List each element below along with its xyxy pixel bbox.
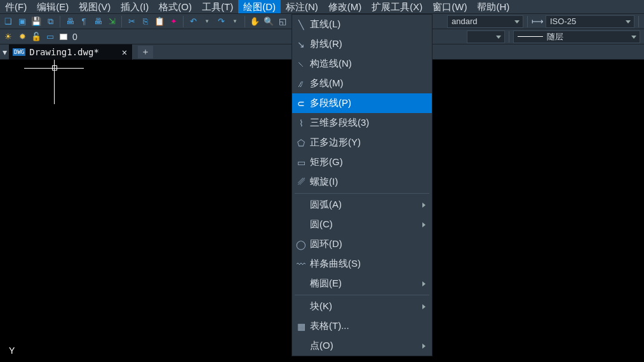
pan-icon[interactable]: ✋ <box>249 16 260 27</box>
tab-add-button[interactable]: ＋ <box>138 46 153 58</box>
publish-icon[interactable]: ⇲ <box>106 16 117 27</box>
menu-spline[interactable]: 〰 样条曲线(S) <box>292 254 432 274</box>
menu-format[interactable]: 格式(O) <box>154 0 197 13</box>
rectangle-icon: ▭ <box>292 158 310 168</box>
dwg-file-icon: DWG <box>13 48 25 56</box>
layer-sun-icon[interactable]: ✹ <box>17 31 28 43</box>
menu-xline[interactable]: ⟍ 构造线(N) <box>292 54 432 74</box>
submenu-arrow-icon <box>422 344 426 349</box>
ucs-axis-label: Y <box>9 345 15 356</box>
save-icon[interactable]: 💾 <box>30 16 42 27</box>
menu-ray[interactable]: ↘ 射线(R) <box>292 34 432 54</box>
menu-insert[interactable]: 插入(I) <box>116 0 154 13</box>
menu-edit[interactable]: 编辑(E) <box>32 0 74 13</box>
submenu-arrow-icon <box>422 281 426 286</box>
print-icon[interactable]: 🖶 <box>64 16 76 27</box>
textstyle-value: andard <box>452 17 477 26</box>
submenu-arrow-icon <box>422 222 426 227</box>
linetype-line-icon <box>518 36 543 37</box>
menubar: 件(F) 编辑(E) 视图(V) 插入(I) 格式(O) 工具(T) 绘图(D)… <box>0 0 644 14</box>
menu-ellipse[interactable]: 椭圆(E) <box>292 274 432 293</box>
layer-light-icon[interactable]: ☀ <box>3 31 14 43</box>
menu-table[interactable]: ▦ 表格(T)... <box>292 316 432 336</box>
menu-sep2 <box>295 295 429 295</box>
layer-name: 0 <box>72 32 77 42</box>
3dpoly-icon: ⌇ <box>292 118 310 128</box>
cut-icon[interactable]: ✂ <box>126 16 137 27</box>
plot-icon[interactable]: 🖶 <box>92 16 104 27</box>
menu-polygon[interactable]: ⬠ 正多边形(Y) <box>292 133 432 152</box>
dimstyle-value: ISO-25 <box>550 17 576 26</box>
menu-sep1 <box>295 193 429 194</box>
menu-line[interactable]: ╲ 直线(L) <box>292 15 432 34</box>
draw-menu-dropdown: ╲ 直线(L) ↘ 射线(R) ⟍ 构造线(N) ⫽ 多线(M) ⊂ 多段线(P… <box>292 14 433 356</box>
layer-lock-icon[interactable]: 🔓 <box>30 31 42 43</box>
lineweight-combo[interactable] <box>467 30 505 43</box>
layer-print-icon[interactable]: ▭ <box>44 31 56 43</box>
helix-icon: ␥ <box>292 177 310 187</box>
cursor-pickbox <box>52 65 57 70</box>
donut-icon: ◯ <box>292 239 310 250</box>
menu-rectangle[interactable]: ▭ 矩形(G) <box>292 152 432 172</box>
polygon-icon: ⬠ <box>292 138 310 148</box>
menu-arc[interactable]: 圆弧(A) <box>292 195 432 215</box>
tab-current[interactable]: DWG Drawing1.dwg* ✕ <box>9 44 133 60</box>
menu-helix[interactable]: ␥ 螺旋(I) <box>292 172 432 192</box>
menu-draw[interactable]: 绘图(D) <box>238 0 281 13</box>
ray-icon: ↘ <box>292 39 310 50</box>
menu-help[interactable]: 帮助(H) <box>472 0 514 13</box>
line-icon: ╲ <box>292 20 310 30</box>
dimstyle-combo[interactable]: ISO-25 <box>546 15 634 28</box>
redo-icon[interactable]: ↷ <box>215 16 227 27</box>
menu-view[interactable]: 视图(V) <box>74 0 116 13</box>
menu-pline[interactable]: ⊂ 多段线(P) <box>292 93 432 113</box>
menu-file[interactable]: 件(F) <box>0 0 32 13</box>
undo-drop-icon[interactable]: ▼ <box>201 16 213 27</box>
mline-icon: ⫽ <box>292 79 310 89</box>
textstyle-combo[interactable]: andard <box>447 15 523 28</box>
tab-dropdown-icon[interactable]: ▾ <box>0 47 9 57</box>
linetype-value: 随层 <box>547 31 563 43</box>
preview-icon[interactable]: ¶ <box>78 16 90 27</box>
match-icon[interactable]: ✦ <box>168 16 179 27</box>
saveall-icon[interactable]: ⧉ <box>44 16 56 27</box>
menu-point[interactable]: 点(O) <box>292 336 432 356</box>
menu-3dpoly[interactable]: ⌇ 三维多段线(3) <box>292 113 432 133</box>
menu-tools[interactable]: 工具(T) <box>197 0 238 13</box>
pline-icon: ⊂ <box>292 98 310 109</box>
paste-icon[interactable]: 📋 <box>154 16 165 27</box>
tab-close-icon[interactable]: ✕ <box>103 47 127 57</box>
spline-icon: 〰 <box>292 259 310 269</box>
menu-mline[interactable]: ⫽ 多线(M) <box>292 74 432 93</box>
menu-annotate[interactable]: 标注(N) <box>281 0 323 13</box>
submenu-arrow-icon <box>422 304 426 309</box>
zoom-icon[interactable]: 🔍 <box>263 16 274 27</box>
tab-filename: Drawing1.dwg* <box>29 47 99 57</box>
zoomwin-icon[interactable]: ◱ <box>277 16 288 27</box>
undo-icon[interactable]: ↶ <box>187 16 199 27</box>
dim-icon[interactable]: ⟼ <box>532 16 543 27</box>
menu-block[interactable]: 块(K) <box>292 297 432 316</box>
menu-window[interactable]: 窗口(W) <box>427 0 472 13</box>
redo-drop-icon[interactable]: ▼ <box>229 16 241 27</box>
menu-donut[interactable]: ◯ 圆环(D) <box>292 234 432 254</box>
linetype-combo[interactable]: 随层 <box>513 30 640 43</box>
menu-circle[interactable]: 圆(C) <box>292 215 432 234</box>
menu-modify[interactable]: 修改(M) <box>323 0 367 13</box>
menu-extend[interactable]: 扩展工具(X) <box>366 0 427 13</box>
layer-color-icon[interactable] <box>58 34 67 40</box>
xline-icon: ⟍ <box>292 59 310 69</box>
open-icon[interactable]: ▣ <box>17 16 28 27</box>
table-icon: ▦ <box>292 321 310 332</box>
new-icon[interactable]: ❏ <box>3 16 14 27</box>
copy-icon[interactable]: ⎘ <box>140 16 151 27</box>
submenu-arrow-icon <box>422 203 426 208</box>
